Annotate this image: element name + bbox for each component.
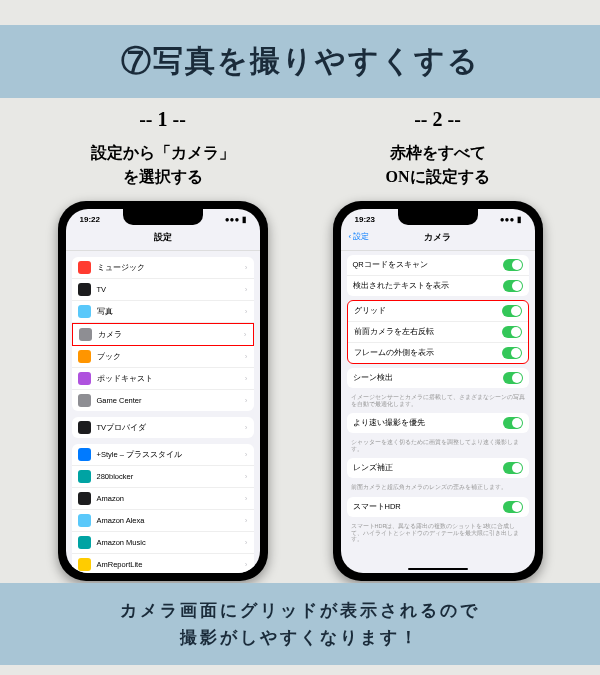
time: 19:22 bbox=[80, 215, 100, 224]
row-label: TVプロバイダ bbox=[97, 423, 245, 433]
settings-row[interactable]: ミュージック› bbox=[72, 257, 254, 279]
row-label: フレームの外側を表示 bbox=[354, 348, 502, 358]
row-label: スマートHDR bbox=[353, 502, 503, 512]
settings-row[interactable]: TVプロバイダ› bbox=[72, 417, 254, 438]
settings-row[interactable]: Game Center› bbox=[72, 390, 254, 411]
header-bar: ⑦写真を撮りやすくする bbox=[0, 25, 600, 98]
toggle-switch[interactable] bbox=[503, 372, 523, 384]
row-label: カメラ bbox=[98, 330, 244, 340]
row-label: Game Center bbox=[97, 396, 245, 405]
steps-container: -- 1 -- 設定から「カメラ」 を選択する 19:22 ●●● ▮ 設定 ミ… bbox=[0, 108, 600, 581]
nav-title: カメラ bbox=[424, 232, 451, 242]
row-label: グリッド bbox=[354, 306, 502, 316]
step-2: -- 2 -- 赤枠をすべて ONに設定する 19:23 ●●● ▮ ‹ 設定 … bbox=[308, 108, 568, 581]
toggle-row: フレームの外側を表示 bbox=[348, 343, 528, 363]
toggle-row: グリッド bbox=[348, 301, 528, 322]
footer-text: カメラ画面にグリッドが表示されるので 撮影がしやすくなります！ bbox=[10, 597, 590, 651]
app-icon bbox=[78, 421, 91, 434]
row-label: +Style – プラススタイル bbox=[97, 450, 245, 460]
camera-group-3: シーン検出 bbox=[347, 368, 529, 388]
row-label: より速い撮影を優先 bbox=[353, 418, 503, 428]
step-1-desc: 設定から「カメラ」 を選択する bbox=[33, 141, 293, 189]
app-icon bbox=[78, 394, 91, 407]
chevron-icon: › bbox=[245, 263, 248, 272]
settings-row[interactable]: 280blocker› bbox=[72, 466, 254, 488]
camera-group-1: QRコードをスキャン検出されたテキストを表示 bbox=[347, 255, 529, 296]
note-3: イメージセンサーとカメラに搭載して、さまざまなシーンの写真を自動で最適化します。 bbox=[341, 392, 535, 409]
app-icon bbox=[78, 372, 91, 385]
screen-1: 19:22 ●●● ▮ 設定 ミュージック›TV›写真›カメラ›ブック›ポッドキ… bbox=[66, 209, 260, 573]
row-label: ミュージック bbox=[97, 263, 245, 273]
settings-row[interactable]: 写真› bbox=[72, 301, 254, 323]
toggle-switch[interactable] bbox=[502, 347, 522, 359]
row-label: ブック bbox=[97, 352, 245, 362]
row-label: 検出されたテキストを表示 bbox=[353, 281, 503, 291]
screen-2: 19:23 ●●● ▮ ‹ 設定 カメラ QRコードをスキャン検出されたテキスト… bbox=[341, 209, 535, 573]
chevron-icon: › bbox=[245, 494, 248, 503]
row-label: Amazon Music bbox=[97, 538, 245, 547]
app-icon bbox=[78, 558, 91, 571]
settings-row[interactable]: ポッドキャスト› bbox=[72, 368, 254, 390]
note-5: 前面カメラと超広角カメラのレンズの歪みを補正します。 bbox=[341, 482, 535, 493]
settings-row[interactable]: Amazon Music› bbox=[72, 532, 254, 554]
app-icon bbox=[78, 305, 91, 318]
row-label: 前面カメラを左右反転 bbox=[354, 327, 502, 337]
toggle-switch[interactable] bbox=[503, 259, 523, 271]
chevron-icon: › bbox=[245, 307, 248, 316]
status-icons: ●●● ▮ bbox=[225, 215, 246, 224]
step-1-number: -- 1 -- bbox=[33, 108, 293, 131]
row-label: TV bbox=[97, 285, 245, 294]
page-title: ⑦写真を撮りやすくする bbox=[10, 41, 590, 82]
settings-row[interactable]: Amazon Alexa› bbox=[72, 510, 254, 532]
back-button[interactable]: ‹ 設定 bbox=[349, 231, 370, 242]
settings-row[interactable]: Amazon› bbox=[72, 488, 254, 510]
app-icon bbox=[78, 283, 91, 296]
app-icon bbox=[78, 448, 91, 461]
nav-bar-settings: 設定 bbox=[66, 227, 260, 251]
home-indicator bbox=[408, 568, 468, 571]
notch bbox=[398, 209, 478, 225]
settings-row[interactable]: AmReportLite› bbox=[72, 554, 254, 573]
toggle-switch[interactable] bbox=[503, 501, 523, 513]
chevron-icon: › bbox=[245, 396, 248, 405]
app-icon bbox=[78, 536, 91, 549]
chevron-icon: › bbox=[245, 352, 248, 361]
time: 19:23 bbox=[355, 215, 375, 224]
row-label: シーン検出 bbox=[353, 373, 503, 383]
toggle-switch[interactable] bbox=[503, 280, 523, 292]
settings-group-3: +Style – プラススタイル›280blocker›Amazon›Amazo… bbox=[72, 444, 254, 573]
chevron-icon: › bbox=[245, 472, 248, 481]
step-1: -- 1 -- 設定から「カメラ」 を選択する 19:22 ●●● ▮ 設定 ミ… bbox=[33, 108, 293, 581]
footer-bar: カメラ画面にグリッドが表示されるので 撮影がしやすくなります！ bbox=[0, 583, 600, 665]
chevron-icon: › bbox=[245, 374, 248, 383]
settings-row[interactable]: ブック› bbox=[72, 346, 254, 368]
chevron-icon: › bbox=[245, 450, 248, 459]
row-label: レンズ補正 bbox=[353, 463, 503, 473]
toggle-switch[interactable] bbox=[503, 462, 523, 474]
toggle-row: 前面カメラを左右反転 bbox=[348, 322, 528, 343]
toggle-switch[interactable] bbox=[502, 326, 522, 338]
settings-row[interactable]: +Style – プラススタイル› bbox=[72, 444, 254, 466]
chevron-icon: › bbox=[245, 423, 248, 432]
chevron-icon: › bbox=[245, 285, 248, 294]
toggle-row: QRコードをスキャン bbox=[347, 255, 529, 276]
row-label: ポッドキャスト bbox=[97, 374, 245, 384]
app-icon bbox=[78, 492, 91, 505]
toggle-row: シーン検出 bbox=[347, 368, 529, 388]
settings-row[interactable]: TV› bbox=[72, 279, 254, 301]
step-2-number: -- 2 -- bbox=[308, 108, 568, 131]
toggle-row: スマートHDR bbox=[347, 497, 529, 517]
settings-row[interactable]: カメラ› bbox=[72, 323, 254, 346]
app-icon bbox=[78, 350, 91, 363]
camera-group-4: より速い撮影を優先 bbox=[347, 413, 529, 433]
toggle-row: 検出されたテキストを表示 bbox=[347, 276, 529, 296]
nav-bar-camera: ‹ 設定 カメラ bbox=[341, 227, 535, 251]
row-label: 写真 bbox=[97, 307, 245, 317]
app-icon bbox=[78, 514, 91, 527]
row-label: QRコードをスキャン bbox=[353, 260, 503, 270]
toggle-switch[interactable] bbox=[502, 305, 522, 317]
chevron-icon: › bbox=[245, 516, 248, 525]
toggle-switch[interactable] bbox=[503, 417, 523, 429]
app-icon bbox=[79, 328, 92, 341]
phone-2: 19:23 ●●● ▮ ‹ 設定 カメラ QRコードをスキャン検出されたテキスト… bbox=[333, 201, 543, 581]
